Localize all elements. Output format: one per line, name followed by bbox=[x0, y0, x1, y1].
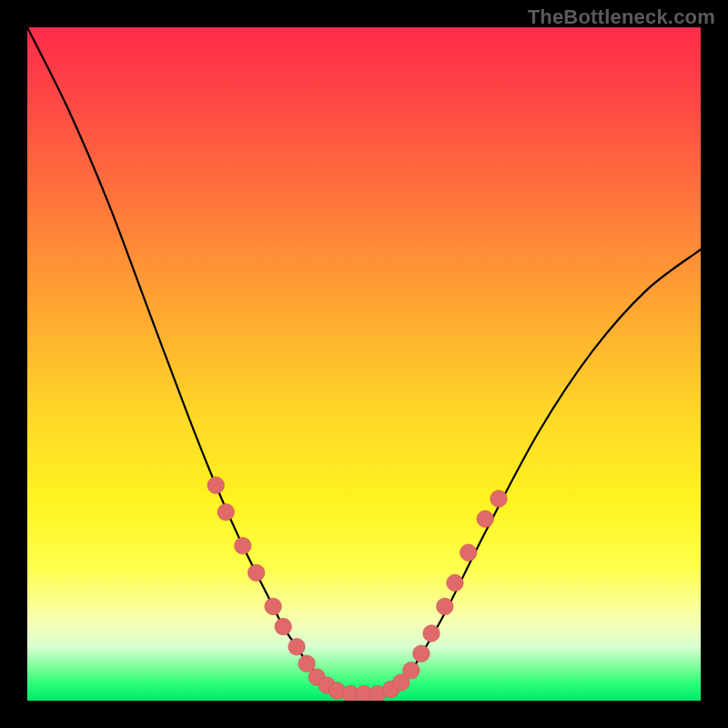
bead-marker bbox=[248, 564, 265, 581]
bead-marker bbox=[460, 544, 477, 561]
bead-marker bbox=[288, 639, 306, 656]
watermark-text: TheBottleneck.com bbox=[528, 5, 715, 29]
bead-marker bbox=[423, 625, 440, 642]
bead-marker bbox=[265, 598, 282, 615]
bead-marker bbox=[413, 645, 430, 662]
plot-area bbox=[27, 27, 701, 701]
chart-frame: TheBottleneck.com bbox=[0, 0, 728, 728]
bottleneck-curve bbox=[27, 27, 701, 694]
beads-group bbox=[207, 477, 507, 701]
bead-marker bbox=[447, 574, 464, 592]
bead-marker bbox=[275, 618, 292, 635]
bead-marker bbox=[403, 662, 420, 679]
bead-marker bbox=[235, 538, 252, 555]
curve-svg bbox=[27, 27, 701, 701]
bead-marker bbox=[490, 490, 508, 508]
bead-marker bbox=[207, 477, 225, 494]
bead-marker bbox=[477, 511, 494, 528]
bead-marker bbox=[217, 504, 234, 521]
bead-marker bbox=[437, 598, 454, 615]
